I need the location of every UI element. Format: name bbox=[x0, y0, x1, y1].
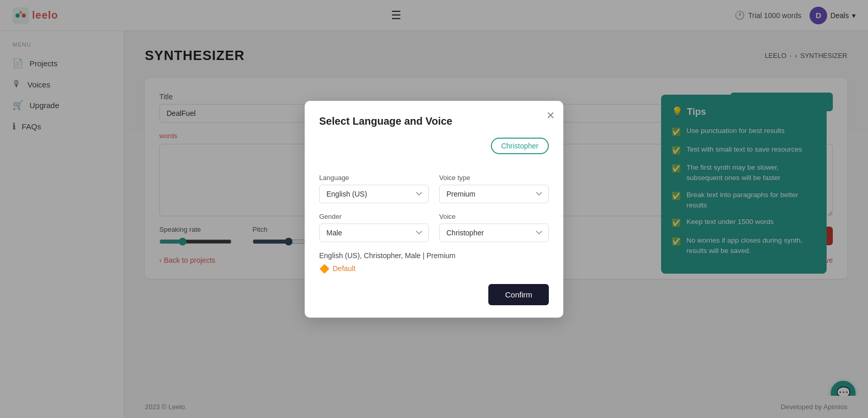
confirm-label: Confirm bbox=[505, 290, 532, 299]
default-badge: 🔶 Default bbox=[319, 264, 549, 274]
voice-type-select[interactable]: Premium bbox=[439, 185, 549, 203]
language-label: Language bbox=[319, 174, 429, 182]
voice-summary: English (US), Christopher, Male | Premiu… bbox=[319, 251, 549, 260]
default-label: Default bbox=[333, 264, 355, 273]
modal-close-button[interactable]: ✕ bbox=[546, 109, 555, 122]
voice-type-label: Voice type bbox=[439, 174, 549, 182]
voice-select[interactable]: Christopher bbox=[439, 223, 549, 242]
gender-label: Gender bbox=[319, 213, 429, 220]
gender-select[interactable]: Male bbox=[319, 223, 429, 242]
modal-title: Select Language and Voice bbox=[319, 115, 549, 127]
default-icon: 🔶 bbox=[319, 264, 330, 274]
voice-label: Voice bbox=[439, 213, 549, 220]
language-field: Language English (US) bbox=[319, 174, 429, 203]
voice-field: Voice Christopher bbox=[439, 213, 549, 242]
modal-grid: Language English (US) Voice type Premium… bbox=[319, 174, 549, 242]
confirm-button[interactable]: Confirm bbox=[488, 284, 549, 305]
modal-overlay[interactable]: Select Language and Voice ✕ Christopher … bbox=[0, 0, 868, 418]
voice-type-field: Voice type Premium bbox=[439, 174, 549, 203]
language-select[interactable]: English (US) bbox=[319, 185, 429, 203]
gender-field: Gender Male bbox=[319, 213, 429, 242]
language-voice-modal: Select Language and Voice ✕ Christopher … bbox=[305, 101, 563, 318]
selected-voice-pill: Christopher bbox=[491, 138, 549, 154]
